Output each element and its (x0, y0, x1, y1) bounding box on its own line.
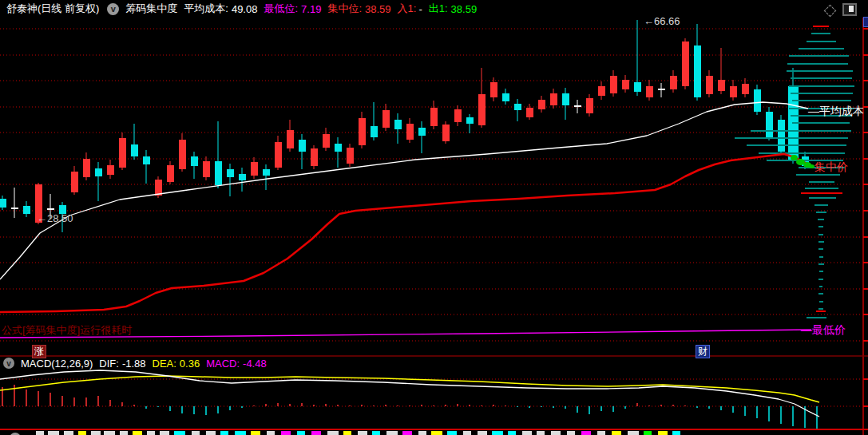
out1-value: 38.59 (451, 3, 478, 15)
panel-layout-icon[interactable] (842, 3, 857, 16)
macd-panel-header: v MACD(12,26,9) DIF: -1.88 DEA: 0.36 MAC… (0, 357, 267, 370)
low-price-line-label: —最低价 (801, 324, 846, 335)
finance-marker-badge[interactable]: 财 (696, 345, 710, 358)
main-chart-canvas[interactable] (0, 0, 868, 435)
dif-value: -1.88 (122, 358, 146, 370)
avg-cost-label: 平均成本: (184, 2, 228, 16)
dif-label: DIF: (99, 358, 119, 370)
stock-title: 舒泰神(日线 前复权) (6, 2, 99, 16)
indicator-name: 筹码集中度 (125, 2, 177, 16)
macd-value: -4.48 (243, 358, 267, 370)
window-controls (826, 3, 857, 16)
price-annotation-low: ←28.50 (37, 213, 73, 223)
in1-label: 入1: (398, 2, 417, 16)
avg-cost-value: 49.08 (232, 3, 258, 15)
low-pos-value: 7.19 (301, 3, 321, 15)
low-pos-label: 最低位: (264, 2, 298, 16)
formula-warning-text: 公式[筹码集中度]运行很耗时 (2, 325, 132, 335)
dea-value: 0.36 (180, 358, 200, 370)
scroll-marker[interactable] (863, 17, 868, 27)
top-info-bar: 舒泰神(日线 前复权) v 筹码集中度 平均成本: 49.08 最低位: 7.1… (0, 0, 868, 18)
trading-app-window: 舒泰神(日线 前复权) v 筹码集中度 平均成本: 49.08 最低位: 7.1… (0, 0, 868, 435)
macd-title: MACD(12,26,9) (21, 358, 93, 370)
conc-pos-label: 集中位: (327, 2, 362, 16)
price-annotation-high: ←66.66 (644, 16, 680, 26)
collapse-main-panel-icon[interactable]: v (107, 3, 119, 15)
diamond-icon[interactable] (824, 4, 837, 17)
out1-label: 出1: (429, 2, 448, 16)
conc-pos-value: 38.59 (365, 3, 391, 15)
avg-cost-line-label: —平均成本 (808, 105, 864, 117)
macd-label: MACD: (206, 358, 240, 370)
conc-price-line-label: 集中价 (814, 161, 848, 172)
in1-value: - (418, 3, 422, 15)
collapse-macd-panel-icon[interactable]: v (3, 358, 14, 369)
dea-label: DEA: (153, 358, 176, 370)
